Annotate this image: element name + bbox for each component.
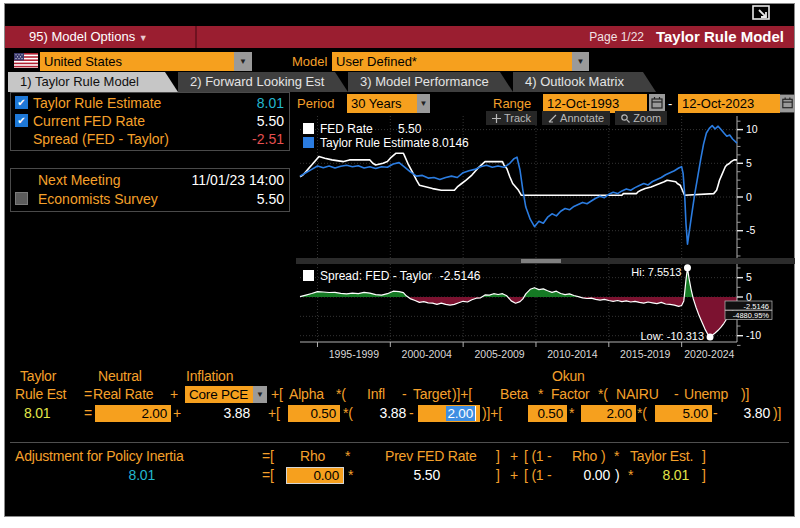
svg-text:-2.5146: -2.5146 (744, 302, 769, 311)
zoom-label: Zoom (633, 111, 661, 125)
formula-header-taylor: Taylor (20, 368, 56, 385)
chart-toolbar: Track Annotate Zoom (486, 111, 667, 125)
country-dropdown-icon[interactable]: ▼ (234, 52, 252, 71)
inertia-close: ] (496, 448, 500, 465)
calendar-icon[interactable] (780, 94, 795, 113)
country-select[interactable]: United States (40, 52, 234, 71)
inertia-rho: Rho (300, 448, 325, 465)
infl-value: 3.88 (360, 405, 406, 422)
legend-fed-rate[interactable]: FED Rate 5.50 (303, 122, 421, 135)
model-dropdown-icon[interactable]: ▼ (572, 52, 589, 71)
rho-echo-value: 0.00 (566, 467, 610, 484)
model-options-menu[interactable]: 95) Model Options ▼ (29, 29, 148, 44)
tab-model-performance[interactable]: 3) Model Performance (348, 72, 513, 92)
range-label: Range (493, 96, 531, 111)
svg-text:2015-2019: 2015-2019 (620, 348, 670, 360)
inflation-source-select[interactable]: Core PCE (185, 386, 253, 403)
nairu-input[interactable]: 5.00 (655, 405, 712, 422)
inertia-mul4: * (628, 467, 633, 484)
range-dash: - (668, 96, 672, 111)
economists-survey-checkbox[interactable] (15, 192, 28, 205)
inertia-plus: + (510, 448, 518, 465)
alpha-value: 0.50 (311, 406, 336, 421)
formula-mul: * (538, 386, 543, 403)
inertia-rho2: Rho (572, 448, 597, 465)
inertia-prev: Prev FED Rate (385, 448, 477, 465)
bloomberg-terminal-screen: 95) Model Options ▼ Page 1/22 Taylor Rul… (0, 0, 800, 528)
svg-text:2000-2004: 2000-2004 (402, 348, 452, 360)
inflation-source-value: Core PCE (189, 387, 248, 402)
legend-taylor-estimate[interactable]: Taylor Rule Estimate 8.0146 (303, 136, 469, 149)
inertia-label: Adjustment for Policy Inertia (15, 448, 184, 465)
legend-label: Taylor Rule Estimate (320, 136, 432, 150)
rho-input[interactable]: 0.00 (286, 467, 344, 484)
formula-header-neutral: Neutral (98, 368, 142, 385)
inflation-value: 3.88 (198, 405, 250, 422)
target-input[interactable]: 2.00 (418, 405, 480, 422)
legend-value: 5.50 (398, 122, 421, 136)
formula-result: 8.01 (24, 405, 50, 422)
formula-equals: = (84, 386, 92, 403)
taylor-estimate-value: 8.01 (257, 94, 284, 112)
formula-minus2: - (674, 386, 678, 403)
beta-input[interactable]: 0.50 (528, 405, 567, 422)
economists-survey-label: Economists Survey (38, 190, 158, 208)
formula-header-okun: Okun (552, 368, 585, 385)
formula-minus3: - (409, 405, 413, 422)
formula-header-inflation: Inflation (186, 368, 233, 385)
inertia-cp: ) (601, 448, 605, 465)
fed-rate-checkbox[interactable]: ✔ (15, 114, 28, 127)
zoom-button[interactable]: Zoom (615, 111, 667, 125)
model-select[interactable]: User Defined* (332, 52, 572, 71)
period-select[interactable]: 30 Years (347, 94, 417, 113)
svg-text:-4880.95%: -4880.95% (733, 311, 770, 320)
svg-text:0: 0 (746, 191, 752, 203)
taylor-estimate-swatch (303, 137, 314, 148)
formula-unemp: Unemp (684, 386, 728, 403)
formula-factor: Factor (551, 386, 589, 403)
svg-text:5: 5 (746, 157, 752, 169)
formula-minus: - (402, 386, 406, 403)
inertia-close2: ] (496, 467, 500, 484)
annotate-button[interactable]: Annotate (542, 111, 610, 125)
screen-title: Taylor Rule Model (656, 28, 784, 45)
beta-value: 0.50 (538, 406, 563, 421)
chevron-down-icon: ▼ (139, 33, 148, 43)
splitter-grip[interactable] (521, 259, 561, 263)
tab-taylor-rule-model[interactable]: 1) Taylor Rule Model (8, 72, 178, 92)
formula-alpha: Alpha (289, 386, 324, 403)
inertia-eq: =[ (262, 448, 274, 465)
formula-plus: + (170, 386, 178, 403)
inertia-mul: * (345, 448, 350, 465)
tab-forward-looking-est[interactable]: 2) Forward Looking Est (178, 72, 348, 92)
svg-text:-10: -10 (746, 329, 761, 341)
section-divider (10, 442, 789, 443)
tab-outlook-matrix[interactable]: 4) Outlook Matrix (513, 72, 656, 92)
inertia-plus2: + (510, 467, 518, 484)
inertia-end: ] (702, 448, 706, 465)
next-meeting-label: Next Meeting (38, 171, 120, 189)
alpha-input[interactable]: 0.50 (288, 405, 340, 422)
track-button[interactable]: Track (486, 111, 537, 125)
real-rate-input[interactable]: 2.00 (95, 405, 171, 422)
model-label: Model (292, 54, 327, 69)
okun-factor-input[interactable]: 2.00 (581, 405, 636, 422)
formula-mul-paren: *( (336, 386, 346, 403)
fed-rate-value: 5.50 (257, 112, 284, 130)
inflation-source-dropdown-icon[interactable]: ▼ (253, 386, 267, 403)
us-flag-icon (14, 53, 38, 68)
svg-text:Low: -10.313: Low: -10.313 (640, 330, 704, 342)
annotate-label: Annotate (560, 111, 604, 125)
spread-swatch (303, 270, 314, 281)
unemp-value: 3.80 (722, 405, 770, 422)
taylor-estimate-checkbox[interactable]: ✔ (15, 96, 28, 109)
range-end-value: 12-Oct-2023 (682, 96, 754, 111)
range-end-input[interactable]: 12-Oct-2023 (678, 94, 780, 113)
nairu-value: 5.00 (683, 406, 708, 421)
svg-text:2010-2014: 2010-2014 (547, 348, 597, 360)
formula-mul-paren2: *( (598, 386, 608, 403)
inertia-eq2: =[ (262, 467, 274, 484)
popout-icon[interactable] (752, 5, 774, 22)
period-dropdown-icon[interactable]: ▼ (417, 94, 430, 113)
legend-spread[interactable]: Spread: FED - Taylor -2.5146 (303, 269, 481, 282)
